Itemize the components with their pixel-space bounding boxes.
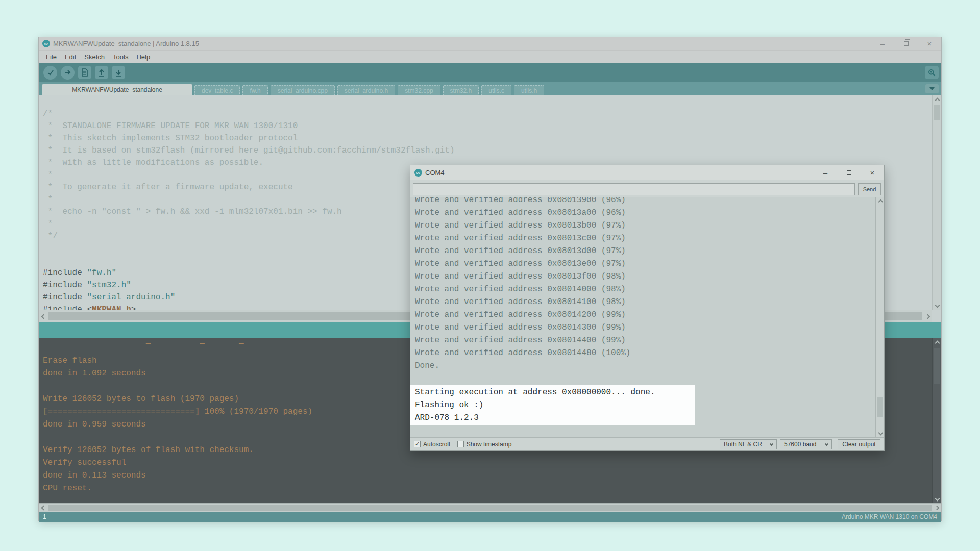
scroll-right-button[interactable] bbox=[923, 312, 932, 321]
console-line: done in 0.113 seconds bbox=[43, 469, 941, 482]
serial-output-area[interactable]: Wrote and verified address 0x08013900 (9… bbox=[410, 197, 884, 437]
autoscroll-checkbox[interactable]: ✓ bbox=[414, 441, 421, 447]
editor-vertical-scrollbar[interactable] bbox=[932, 95, 941, 310]
serial-line: Wrote and verified address 0x08014400 (9… bbox=[410, 334, 884, 347]
menu-file[interactable]: File bbox=[42, 53, 61, 61]
arrow-down-icon bbox=[115, 68, 122, 77]
menu-sketch[interactable]: Sketch bbox=[80, 53, 109, 61]
window-controls: – × bbox=[871, 37, 941, 50]
chevron-down-icon bbox=[825, 442, 828, 446]
menu-bar: File Edit Sketch Tools Help bbox=[39, 51, 941, 63]
serial-line-selected: ARD-078 1.2.3 bbox=[410, 412, 695, 424]
line-ending-dropdown[interactable]: Both NL & CR bbox=[720, 439, 777, 449]
scroll-thumb[interactable] bbox=[877, 397, 883, 417]
selected-text-block: Starting execution at address 0x08000000… bbox=[410, 385, 695, 425]
send-row: Send bbox=[410, 180, 884, 197]
menu-edit[interactable]: Edit bbox=[61, 53, 80, 61]
check-icon bbox=[47, 69, 54, 76]
angle-open: < bbox=[87, 305, 92, 310]
restore-button[interactable] bbox=[894, 37, 918, 50]
code-line: * STANDALONE FIRMWARE UPDATE FOR MKR WAN… bbox=[43, 120, 932, 132]
scroll-down-button[interactable] bbox=[933, 494, 941, 503]
code-line: * It is based on stm32flash (mirrored he… bbox=[43, 144, 932, 157]
serial-monitor-title: COM4 bbox=[425, 169, 445, 177]
verify-button[interactable] bbox=[43, 66, 57, 80]
scroll-thumb[interactable] bbox=[934, 105, 940, 120]
show-timestamp-label: Show timestamp bbox=[467, 441, 512, 448]
serial-line-selected: Starting execution at address 0x08000000… bbox=[410, 386, 695, 399]
arduino-logo-icon: ∞ bbox=[42, 40, 50, 47]
tab-serial-arduino-h[interactable]: serial_arduino.h bbox=[337, 85, 395, 95]
scroll-up-button[interactable] bbox=[876, 197, 884, 206]
scroll-up-button[interactable] bbox=[933, 338, 941, 347]
serial-monitor-title-bar: ∞ COM4 – × bbox=[410, 165, 884, 180]
scroll-down-button[interactable] bbox=[876, 428, 884, 437]
chevron-right-icon bbox=[925, 314, 930, 319]
arrow-up-icon bbox=[98, 68, 105, 77]
menu-help[interactable]: Help bbox=[132, 53, 154, 61]
include-file: "fw.h" bbox=[87, 268, 116, 278]
serial-line: Wrote and verified address 0x08013d00 (9… bbox=[410, 245, 884, 258]
scroll-thumb[interactable] bbox=[934, 348, 940, 384]
serial-vertical-scrollbar[interactable] bbox=[875, 197, 884, 437]
clear-output-button[interactable]: Clear output bbox=[838, 439, 880, 449]
autoscroll-label: Autoscroll bbox=[423, 441, 450, 448]
tab-utils-c[interactable]: utils.c bbox=[481, 85, 511, 95]
serial-monitor-button[interactable] bbox=[925, 66, 939, 79]
save-sketch-button[interactable] bbox=[112, 66, 125, 79]
desktop: ∞ MKRWANFWUpdate_standalone | Arduino 1.… bbox=[0, 0, 980, 551]
scroll-down-button[interactable] bbox=[933, 300, 942, 310]
include-directive: #include bbox=[43, 293, 87, 302]
serial-line: Wrote and verified address 0x08013f00 (9… bbox=[410, 270, 884, 283]
tab-mkrwanfwupdate-standalone[interactable]: MKRWANFWUpdate_standalone bbox=[42, 84, 192, 95]
menu-tools[interactable]: Tools bbox=[109, 53, 132, 61]
serial-line: Wrote and verified address 0x08014100 (9… bbox=[410, 296, 884, 309]
chevron-down-icon bbox=[770, 442, 773, 446]
close-button[interactable]: × bbox=[918, 37, 941, 50]
tab-stm32-h[interactable]: stm32.h bbox=[443, 85, 479, 95]
include-file: "serial_arduino.h" bbox=[87, 293, 175, 302]
scroll-up-button[interactable] bbox=[933, 95, 942, 105]
minimize-button[interactable]: – bbox=[814, 165, 837, 180]
serial-line: Wrote and verified address 0x08014000 (9… bbox=[410, 283, 884, 296]
open-sketch-button[interactable] bbox=[95, 66, 108, 79]
close-button[interactable]: × bbox=[861, 165, 884, 180]
scroll-left-button[interactable] bbox=[39, 312, 48, 321]
serial-monitor-window: ∞ COM4 – × Send Wrote and verified addre… bbox=[410, 165, 885, 451]
serial-send-input[interactable] bbox=[413, 183, 855, 195]
send-button[interactable]: Send bbox=[858, 183, 881, 195]
include-directive: #include bbox=[43, 305, 87, 310]
chevron-down-icon bbox=[878, 430, 883, 435]
include-directive: #include bbox=[43, 281, 87, 290]
baud-rate-dropdown[interactable]: 57600 baud bbox=[780, 439, 832, 449]
angle-close: > bbox=[131, 305, 136, 310]
minimize-button[interactable]: – bbox=[871, 37, 894, 50]
tab-fw-h[interactable]: fw.h bbox=[242, 85, 267, 95]
tab-menu-button[interactable] bbox=[925, 84, 939, 93]
maximize-button[interactable] bbox=[837, 165, 861, 180]
include-file: "stm32.h" bbox=[87, 281, 131, 290]
tab-utils-h[interactable]: utils.h bbox=[514, 85, 544, 95]
baud-rate-value: 57600 baud bbox=[784, 441, 816, 448]
include-library: MKRWAN.h bbox=[92, 305, 131, 310]
console-horizontal-scrollbar[interactable] bbox=[39, 503, 941, 512]
tab-serial-arduino-cpp[interactable]: serial_arduino.cpp bbox=[271, 85, 335, 95]
console-vertical-scrollbar[interactable] bbox=[932, 338, 941, 503]
chevron-down-icon bbox=[929, 87, 935, 90]
scroll-left-button[interactable] bbox=[39, 504, 48, 512]
upload-button[interactable] bbox=[61, 66, 75, 80]
tab-stm32-cpp[interactable]: stm32.cpp bbox=[398, 85, 440, 95]
code-line: * This sketch implements STM32 bootloade… bbox=[43, 132, 932, 144]
new-sketch-button[interactable] bbox=[78, 66, 91, 79]
toolbar bbox=[39, 63, 941, 82]
scroll-thumb[interactable] bbox=[48, 505, 932, 511]
chevron-left-icon bbox=[41, 314, 46, 319]
serial-line: Wrote and verified address 0x08013b00 (9… bbox=[410, 219, 884, 232]
tab-dev-table-c[interactable]: dev_table.c bbox=[194, 85, 240, 95]
serial-output-lines: Wrote and verified address 0x08013900 (9… bbox=[410, 197, 884, 425]
console-line: Verify successful bbox=[43, 457, 941, 469]
show-timestamp-checkbox[interactable] bbox=[457, 441, 464, 447]
serial-line: Wrote and verified address 0x08013900 (9… bbox=[410, 197, 884, 207]
scroll-right-button[interactable] bbox=[932, 504, 941, 512]
serial-line: Done. bbox=[410, 360, 884, 372]
